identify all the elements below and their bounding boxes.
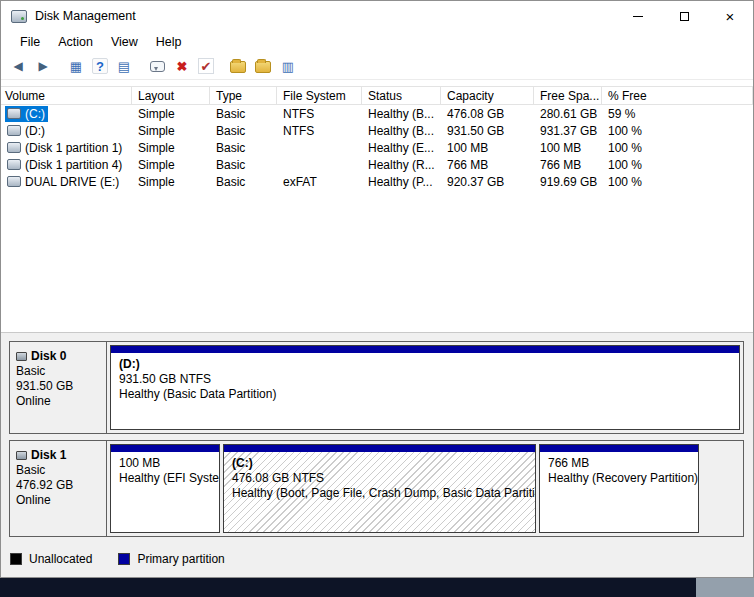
volume-chip: DUAL DRIVE (E:) [5,174,122,190]
disk-0-row: Disk 0 Basic 931.50 GB Online (D:) 931.5… [9,341,744,434]
status-cell: Healthy (B... [362,124,441,138]
table-row[interactable]: DUAL DRIVE (E:) Simple Basic exFAT Healt… [1,173,753,190]
column-header-type[interactable]: Type [210,87,277,104]
action-pane-icon[interactable]: ▤ [115,57,133,75]
minimize-button[interactable] [615,1,661,31]
partition-size: 476.08 GB NTFS [232,471,533,486]
delete-volume-icon[interactable]: ✖ [173,57,191,75]
partition-c-selected[interactable]: (C:) 476.08 GB NTFS Healthy (Boot, Page … [223,444,536,533]
column-header-capacity[interactable]: Capacity [441,87,534,104]
folder-shape [255,61,271,73]
volume-name: (C:) [25,107,45,121]
partition-size: 931.50 GB NTFS [119,372,737,387]
volume-name: (Disk 1 partition 1) [25,141,122,155]
menu-view[interactable]: View [102,33,147,51]
volume-list: Volume Layout Type File System Status Ca… [1,80,753,333]
disk-name: Disk 1 [31,448,66,463]
pct-free-cell: 59 % [602,107,753,121]
disk-size: 476.92 GB [16,478,101,493]
properties-icon[interactable]: ▥ [279,57,297,75]
volume-icon [7,108,21,119]
taskbar-segment [696,578,754,597]
disk-name: Disk 0 [31,349,66,364]
volume-icon [7,142,21,153]
filesystem-cell: NTFS [277,107,362,121]
primary-partition-stripe [111,346,739,353]
disk-status: Online [16,394,101,409]
legend-unallocated: Unallocated [10,552,92,566]
menu-file[interactable]: File [11,33,49,51]
partition-efi[interactable]: 100 MB Healthy (EFI Syster [110,444,220,533]
layout-cell: Simple [132,107,210,121]
close-button[interactable]: × [707,1,753,31]
column-header-layout[interactable]: Layout [132,87,210,104]
menu-action[interactable]: Action [49,33,102,51]
type-cell: Basic [210,158,277,172]
forward-icon[interactable]: ▶ [34,57,52,75]
table-row[interactable]: (C:) Simple Basic NTFS Healthy (B... 476… [1,105,753,122]
capacity-cell: 100 MB [441,141,534,155]
layout-cell: Simple [132,124,210,138]
partition-d[interactable]: (D:) 931.50 GB NTFS Healthy (Basic Data … [110,345,740,430]
table-row[interactable]: (Disk 1 partition 4) Simple Basic Health… [1,156,753,173]
type-cell: Basic [210,107,277,121]
unallocated-swatch-icon [10,553,22,565]
capacity-cell: 920.37 GB [441,175,534,189]
column-header-pct-free[interactable]: % Free [602,87,753,104]
table-row[interactable]: (D:) Simple Basic NTFS Healthy (B... 931… [1,122,753,139]
status-cell: Healthy (B... [362,107,441,121]
partition-recovery[interactable]: 766 MB Healthy (Recovery Partition) [539,444,699,533]
legend-primary-partition: Primary partition [118,552,224,566]
type-cell: Basic [210,175,277,189]
status-cell: Healthy (P... [362,175,441,189]
help-icon[interactable]: ? [92,58,108,74]
table-row[interactable]: (Disk 1 partition 1) Simple Basic Health… [1,139,753,156]
column-header-status[interactable]: Status [362,87,441,104]
disk-type: Basic [16,463,101,478]
column-header-filesystem[interactable]: File System [277,87,362,104]
layout-cell: Simple [132,175,210,189]
status-cell: Healthy (R... [362,158,441,172]
primary-partition-swatch-icon [118,553,130,565]
comment-icon[interactable] [148,57,166,75]
menu-help[interactable]: Help [147,33,191,51]
volume-name: DUAL DRIVE (E:) [25,175,119,189]
title-bar: Disk Management × [1,1,753,31]
column-header-volume[interactable]: Volume [1,87,132,104]
status-cell: Healthy (E... [362,141,441,155]
filesystem-cell: exFAT [277,175,362,189]
folder-shape [230,61,246,73]
type-cell: Basic [210,141,277,155]
filesystem-cell: NTFS [277,124,362,138]
disk-type: Basic [16,364,101,379]
column-header-free-space[interactable]: Free Spa... [534,87,602,104]
layout-cell: Simple [132,141,210,155]
maximize-button[interactable] [661,1,707,31]
disk-0-info[interactable]: Disk 0 Basic 931.50 GB Online [10,342,107,433]
window-controls: × [615,1,753,31]
volume-name: (D:) [25,124,45,138]
volume-chip: (Disk 1 partition 1) [5,140,125,156]
volume-chip: (Disk 1 partition 4) [5,157,125,173]
comment-bubble-shape [150,61,165,72]
open-folder-icon[interactable] [229,57,247,75]
new-folder-icon[interactable] [254,57,272,75]
window-title: Disk Management [35,9,136,23]
free-space-cell: 931.37 GB [534,124,602,138]
disk-1-info[interactable]: Disk 1 Basic 476.92 GB Online [10,441,107,536]
disk-1-row: Disk 1 Basic 476.92 GB Online 100 MB Hea… [9,440,744,537]
free-space-cell: 919.69 GB [534,175,602,189]
console-tree-icon[interactable]: ▦ [67,57,85,75]
back-icon[interactable]: ◀ [9,57,27,75]
desktop-background-strip [0,578,754,597]
check-disk-icon[interactable]: ✔ [198,58,214,74]
primary-partition-stripe [540,445,698,452]
legend-label: Unallocated [29,552,92,566]
disk-status: Online [16,493,101,508]
disk-icon [16,352,27,361]
partition-title: (C:) [232,456,533,471]
pct-free-cell: 100 % [602,141,753,155]
type-cell: Basic [210,124,277,138]
capacity-cell: 931.50 GB [441,124,534,138]
capacity-cell: 476.08 GB [441,107,534,121]
